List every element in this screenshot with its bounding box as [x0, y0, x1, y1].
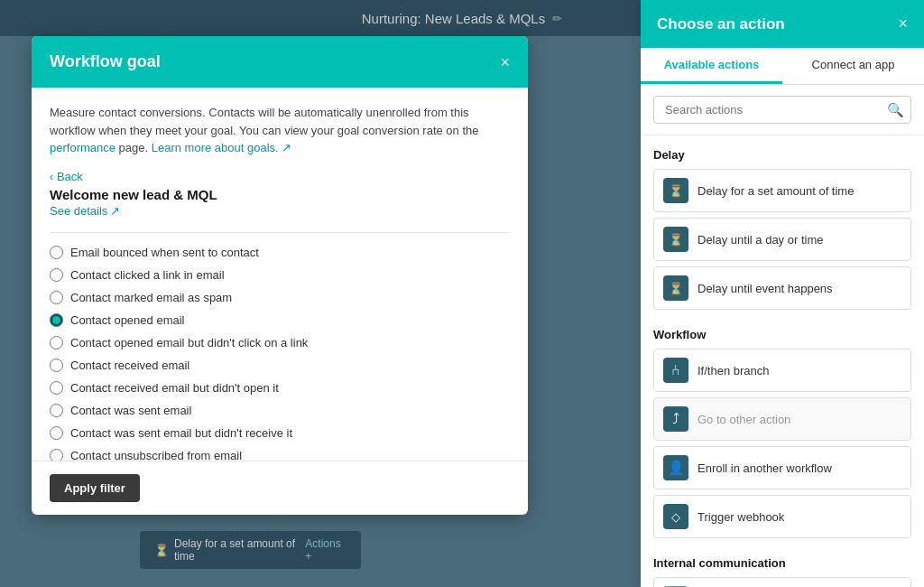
actions-list: Delay ⏳ Delay for a set amount of time ⏳… — [641, 135, 924, 587]
radio-opened-email[interactable] — [50, 313, 63, 327]
right-panel-title: Choose an action — [657, 15, 785, 33]
delay-day-icon: ⏳ — [663, 227, 688, 252]
workflow-name: Welcome new lead & MQL — [50, 187, 510, 202]
radio-was-sent[interactable] — [50, 404, 63, 417]
action-go-to-other: ⤴ Go to other action — [653, 397, 911, 441]
apply-filter-button[interactable]: Apply filter — [50, 474, 140, 502]
radio-received-no-open[interactable] — [50, 381, 63, 395]
delay-bar: ⏳ Delay for a set amount of time Actions… — [140, 531, 361, 569]
section-label-delay: Delay — [653, 135, 911, 169]
workflow-goal-modal: Workflow goal × Measure contact conversi… — [32, 36, 528, 515]
section-label-internal: Internal communication — [653, 544, 911, 577]
goto-icon: ⤴ — [663, 406, 688, 432]
edit-icon[interactable]: ✏ — [552, 12, 562, 25]
enroll-icon: 👤 — [663, 455, 688, 480]
radio-marked-spam[interactable] — [50, 291, 63, 304]
choose-action-panel: Choose an action × Available actions Con… — [641, 0, 924, 587]
radio-unsubscribed[interactable] — [50, 449, 63, 461]
radio-clicked-link[interactable] — [50, 268, 63, 282]
list-item[interactable]: Contact was sent email — [50, 404, 510, 417]
action-delay-event[interactable]: ⏳ Delay until event happens — [653, 266, 911, 310]
radio-options-list: Email bounced when sent to contact Conta… — [50, 246, 510, 461]
webhook-icon: ◇ — [663, 504, 688, 529]
radio-sent-no-receive[interactable] — [50, 426, 63, 440]
action-delay-day-or-time[interactable]: ⏳ Delay until a day or time — [653, 218, 911, 261]
ifthen-icon: ⑃ — [663, 358, 688, 383]
list-item[interactable]: Contact was sent email but didn't receiv… — [50, 426, 510, 440]
modal-description: Measure contact conversions. Contacts wi… — [50, 104, 510, 157]
search-icon[interactable]: 🔍 — [887, 102, 904, 118]
action-ifthen-branch[interactable]: ⑃ If/then branch — [653, 349, 911, 392]
list-item[interactable]: Contact received email — [50, 359, 510, 372]
action-trigger-webhook[interactable]: ◇ Trigger webhook — [653, 495, 911, 538]
learn-more-link[interactable]: Learn more about goals. ↗ — [152, 141, 292, 154]
radio-received-email[interactable] — [50, 359, 63, 372]
performance-link[interactable]: performance — [50, 141, 116, 154]
list-item[interactable]: Contact opened email — [50, 313, 510, 327]
modal-footer: Apply filter — [32, 461, 528, 515]
divider — [50, 232, 510, 233]
tab-connect-app[interactable]: Connect an app — [782, 48, 924, 84]
modal-body: Measure contact conversions. Contacts wi… — [32, 88, 528, 461]
search-input-wrap: 🔍 — [653, 96, 911, 124]
modal-header: Workflow goal × — [32, 36, 528, 88]
workflow-title: Nurturing: New Leads & MQLs — [362, 11, 545, 26]
right-panel-close-button[interactable]: × — [898, 14, 908, 33]
search-input[interactable] — [653, 96, 911, 124]
list-item[interactable]: Email bounced when sent to contact — [50, 246, 510, 259]
action-internal-email[interactable]: ✉ Send internal email notification — [653, 577, 911, 587]
list-item[interactable]: Contact received email but didn't open i… — [50, 381, 510, 395]
list-item[interactable]: Contact marked email as spam — [50, 291, 510, 304]
tabs-row: Available actions Connect an app — [641, 48, 924, 85]
modal-close-button[interactable]: × — [500, 54, 510, 70]
back-link[interactable]: ‹ Back — [50, 170, 510, 183]
radio-opened-no-click[interactable] — [50, 336, 63, 349]
list-item[interactable]: Contact clicked a link in email — [50, 268, 510, 282]
modal-title: Workflow goal — [50, 52, 161, 71]
delay-event-icon: ⏳ — [663, 275, 688, 301]
see-details-link[interactable]: See details ↗ — [50, 204, 510, 218]
search-bar: 🔍 — [641, 85, 924, 135]
radio-email-bounced[interactable] — [50, 246, 63, 259]
delay-time-icon: ⏳ — [663, 178, 688, 203]
action-enroll-workflow[interactable]: 👤 Enroll in another workflow — [653, 446, 911, 489]
section-label-workflow: Workflow — [653, 315, 911, 349]
tab-available-actions[interactable]: Available actions — [641, 48, 782, 84]
action-delay-set-amount[interactable]: ⏳ Delay for a set amount of time — [653, 169, 911, 212]
list-item[interactable]: Contact unsubscribed from email — [50, 449, 510, 461]
right-panel-header: Choose an action × — [641, 0, 924, 48]
list-item[interactable]: Contact opened email but didn't click on… — [50, 336, 510, 349]
delay-icon: ⏳ — [154, 544, 169, 557]
